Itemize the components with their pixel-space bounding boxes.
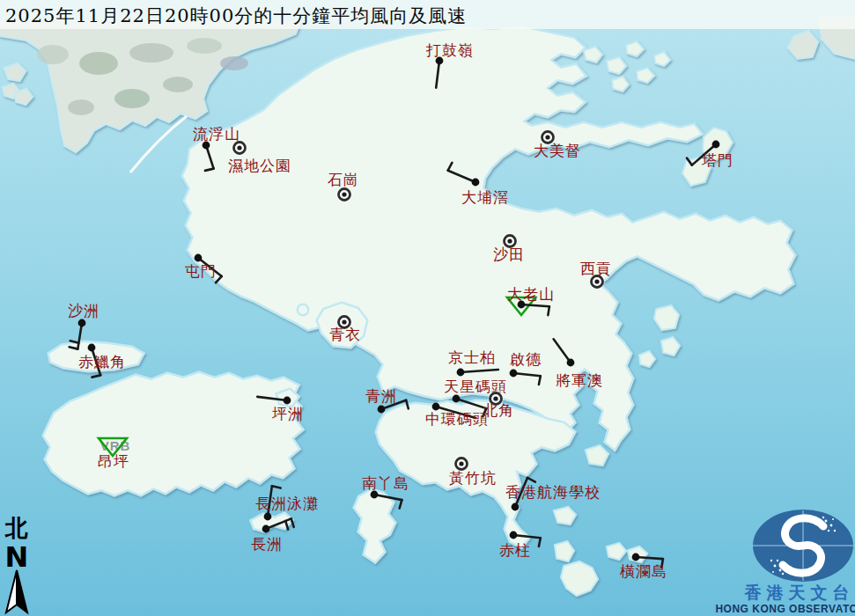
station-label: 坪洲 [272,405,304,422]
station-label: 長洲 [251,535,283,553]
station-dot [594,279,599,283]
station-dot [507,238,512,243]
station-label: 大美督 [534,142,581,159]
station-dot [567,359,575,367]
station-dot [512,503,520,511]
station-label: 青洲 [365,387,397,405]
station-dot [88,344,96,352]
station-label: 赤鱲角 [78,353,126,370]
station-昂坪: VRB昂坪 [98,438,130,470]
station-label: 屯門 [185,262,217,280]
station-label: 香港航海學校 [505,483,601,501]
station-label: 長洲泳灘 [255,495,319,512]
station-dot [493,396,498,400]
station-dot [342,192,346,196]
station-dot [632,554,640,561]
station-label: 大埔滘 [461,188,509,206]
station-label: 黃竹坑 [449,469,497,487]
wind-barb-feather [548,306,549,315]
station-label: 流浮山 [193,125,240,143]
station-dot [457,369,465,377]
wind-map: 2025年11月22日20時00分的十分鐘平均風向及風速 打鼓嶺流浮山濕地公園石… [0,0,855,616]
station-label: 石崗 [328,171,359,188]
station-label: 啟德 [510,350,542,368]
station-label: 西貢 [580,260,612,277]
hko-name-chinese: 香港天文台 [744,583,855,602]
station-dot [237,145,241,150]
station-label: 南丫島 [362,474,409,492]
station-dot [545,135,549,139]
station-dot [472,179,480,187]
compass-north-letter: N [5,540,29,574]
station-label: 塔門 [701,151,733,169]
station-dot [78,319,86,327]
station-label: 京士柏 [448,348,496,366]
station-dot [342,319,346,324]
station-label: 昂坪 [98,452,129,470]
map-title: 2025年11月22日20時00分的十分鐘平均風向及風速 [5,5,467,26]
station-label: 沙田 [493,246,525,263]
hko-name-english: HONG KONG OBSERVATORY [715,603,855,615]
station-label: 打鼓嶺 [425,41,474,59]
station-dot [510,532,518,539]
station-label: 橫瀾島 [620,562,667,580]
station-label: 沙洲 [68,302,100,319]
station-label: 將軍澳 [556,371,603,389]
station-dot [262,525,270,533]
hong-kong-wind-map-svg: 2025年11月22日20時00分的十分鐘平均風向及風速 打鼓嶺流浮山濕地公園石… [0,0,855,616]
station-label: 大老山 [507,285,555,303]
compass-north-hanzi: 北 [4,515,28,541]
station-dot [459,461,463,466]
station-dot [284,397,291,405]
station-dot [264,513,272,521]
station-label: 青衣 [329,326,361,343]
station-dot [195,254,203,262]
station-label: 濕地公園 [228,157,291,174]
station-label: 赤柱 [499,541,531,559]
station-dot [378,406,386,414]
station-label: 中環碼頭 [425,410,489,428]
station-dot [510,370,518,378]
station-dot [453,395,461,403]
station-dot [712,141,720,149]
